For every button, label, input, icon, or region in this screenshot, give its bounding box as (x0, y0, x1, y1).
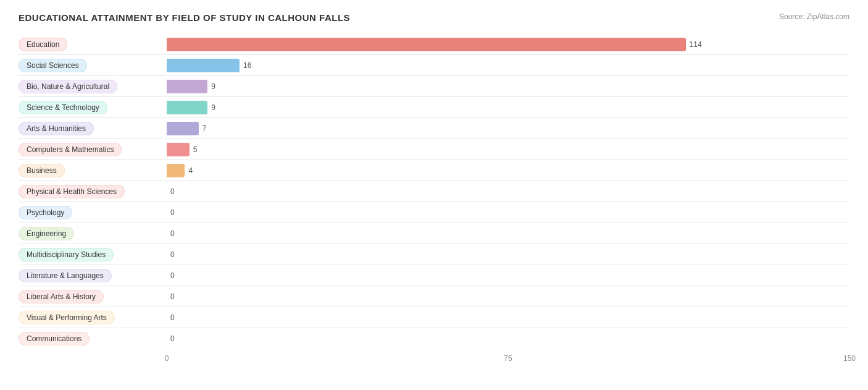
label-pill: Multidisciplinary Studies (19, 248, 114, 261)
bar-fill (167, 101, 207, 114)
bar-row: Social Sciences16 (19, 55, 849, 76)
label-pill: Education (19, 38, 67, 51)
bar-container: 0 (167, 328, 849, 349)
label-pill: Computers & Mathematics (19, 143, 122, 156)
bar-container: 0 (167, 244, 849, 265)
bar-row: Science & Technology9 (19, 97, 849, 118)
bar-track: 0 (167, 332, 849, 345)
bar-container: 0 (167, 286, 849, 307)
bar-label: Science & Technology (19, 97, 167, 117)
bar-container: 9 (167, 76, 849, 96)
bar-value: 9 (211, 82, 215, 91)
label-pill: Arts & Humanities (19, 122, 94, 135)
bar-value: 0 (170, 334, 175, 343)
bar-container: 4 (167, 160, 849, 180)
label-pill: Social Sciences (19, 59, 87, 72)
bar-label: Liberal Arts & History (19, 286, 167, 307)
bar-track: 0 (167, 290, 849, 303)
chart-wrapper: EDUCATIONAL ATTAINMENT BY FIELD OF STUDY… (19, 12, 849, 354)
bar-row: Visual & Performing Arts0 (19, 307, 849, 328)
bar-label: Arts & Humanities (19, 118, 167, 138)
bar-track: 16 (167, 59, 849, 72)
bar-label: Multidisciplinary Studies (19, 244, 167, 265)
bar-container: 16 (167, 55, 849, 75)
bar-value: 0 (170, 271, 175, 280)
bar-track: 0 (167, 185, 849, 198)
bar-container: 9 (167, 97, 849, 117)
bar-label: Business (19, 160, 167, 180)
bar-track: 0 (167, 311, 849, 324)
label-pill: Bio, Nature & Agricultural (19, 80, 117, 93)
bar-row: Multidisciplinary Studies0 (19, 244, 849, 265)
bar-label: Visual & Performing Arts (19, 307, 167, 328)
bar-value: 0 (170, 229, 175, 238)
bar-container: 0 (167, 307, 849, 328)
bars-wrapper: Education114Social Sciences16Bio, Nature… (19, 34, 849, 354)
bar-track: 114 (167, 38, 849, 51)
label-pill: Visual & Performing Arts (19, 311, 115, 324)
bar-row: Literature & Languages0 (19, 265, 849, 286)
bar-container: 5 (167, 139, 849, 159)
bar-track: 0 (167, 227, 849, 240)
bar-container: 0 (167, 202, 849, 223)
bar-value: 5 (193, 145, 198, 154)
bar-container: 0 (167, 265, 849, 286)
bar-value: 4 (188, 166, 193, 175)
x-tick-75: 75 (504, 354, 512, 363)
bar-label: Communications (19, 328, 167, 349)
label-pill: Psychology (19, 206, 72, 219)
bar-container: 114 (167, 34, 849, 54)
label-pill: Engineering (19, 227, 74, 240)
bar-label: Psychology (19, 202, 167, 223)
bar-value: 0 (170, 292, 175, 301)
bar-value: 7 (202, 124, 207, 133)
bar-fill (167, 59, 240, 72)
bar-fill (167, 164, 185, 177)
bar-label: Physical & Health Sciences (19, 181, 167, 201)
chart-header: EDUCATIONAL ATTAINMENT BY FIELD OF STUDY… (19, 12, 849, 23)
bar-value: 0 (170, 187, 175, 196)
bar-row: Education114 (19, 34, 849, 55)
x-tick-150: 150 (843, 354, 856, 363)
bar-value: 0 (170, 313, 175, 322)
bar-value: 0 (170, 250, 175, 259)
bar-track: 9 (167, 101, 849, 114)
chart-source: Source: ZipAtlas.com (779, 12, 849, 21)
bar-track: 5 (167, 143, 849, 156)
bar-row: Communications0 (19, 328, 849, 349)
label-pill: Liberal Arts & History (19, 290, 104, 303)
bar-container: 0 (167, 181, 849, 201)
bar-row: Liberal Arts & History0 (19, 286, 849, 307)
bar-track: 0 (167, 269, 849, 282)
bar-fill (167, 38, 686, 51)
bar-row: Business4 (19, 160, 849, 181)
bar-label: Social Sciences (19, 55, 167, 75)
bar-track: 0 (167, 206, 849, 219)
bar-container: 0 (167, 223, 849, 244)
bar-track: 9 (167, 80, 849, 93)
x-axis: 0 75 150 (167, 349, 849, 354)
bar-label: Bio, Nature & Agricultural (19, 76, 167, 96)
bar-fill (167, 80, 207, 93)
bar-row: Psychology0 (19, 202, 849, 223)
bar-value: 114 (690, 40, 702, 49)
bar-row: Arts & Humanities7 (19, 118, 849, 139)
bar-value: 9 (211, 103, 215, 112)
label-pill: Business (19, 164, 65, 177)
bar-row: Computers & Mathematics5 (19, 139, 849, 160)
bar-track: 7 (167, 122, 849, 135)
bar-label: Computers & Mathematics (19, 139, 167, 159)
bar-container: 7 (167, 118, 849, 138)
chart-title: EDUCATIONAL ATTAINMENT BY FIELD OF STUDY… (19, 12, 350, 23)
bar-track: 0 (167, 248, 849, 261)
label-pill: Physical & Health Sciences (19, 185, 125, 198)
label-pill: Literature & Languages (19, 269, 112, 282)
bar-label: Literature & Languages (19, 265, 167, 286)
bar-fill (167, 143, 190, 156)
bar-value: 0 (170, 208, 175, 217)
chart-area: Education114Social Sciences16Bio, Nature… (19, 34, 849, 349)
bar-track: 4 (167, 164, 849, 177)
bar-row: Physical & Health Sciences0 (19, 181, 849, 202)
bar-value: 16 (243, 61, 251, 70)
bar-row: Bio, Nature & Agricultural9 (19, 76, 849, 97)
